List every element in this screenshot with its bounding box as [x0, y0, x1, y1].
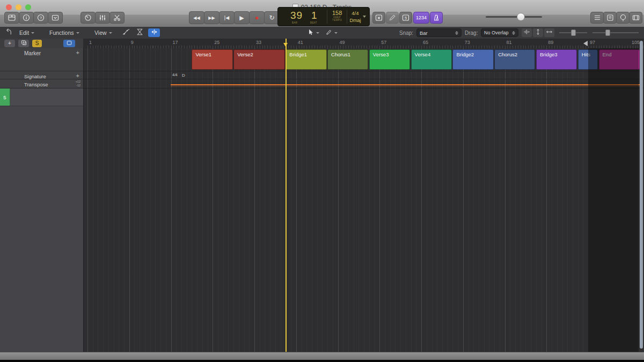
ruler-bar-number: 105	[632, 40, 640, 45]
transpose-track-header[interactable]: Transpose+12-12	[0, 79, 83, 88]
left-click-tool-menu[interactable]	[307, 27, 319, 39]
horizontal-zoom-slider[interactable]	[592, 31, 639, 34]
vertical-zoom-knob[interactable]	[571, 29, 576, 36]
lcd-chevron-icon[interactable]	[363, 16, 366, 18]
automation-button[interactable]	[120, 28, 132, 37]
snap-select[interactable]: Bar	[416, 28, 462, 37]
note-pads-button[interactable]	[603, 12, 617, 24]
solo-off-button[interactable]	[372, 12, 385, 24]
flex-button[interactable]	[134, 28, 145, 37]
track-header-toms[interactable]: 5	[0, 88, 83, 106]
list-editors-button[interactable]	[590, 12, 604, 24]
cycle-icon: ↻	[269, 14, 274, 21]
volume-knob[interactable]	[517, 13, 525, 21]
play-button[interactable]: ▶	[234, 11, 250, 24]
waveform-zoom-button[interactable]	[522, 28, 532, 37]
transpose-lane[interactable]	[83, 79, 644, 88]
smart-controls-button[interactable]	[80, 12, 96, 24]
arrangement-marker[interactable]: Bridge1	[286, 49, 326, 70]
lcd-display[interactable]: 39 1 BAR BEAT 158 KEEP TEMPO 4/4 Dmaj	[277, 7, 370, 26]
arrangement-marker[interactable]: Chorus2	[494, 49, 535, 70]
browsers-button[interactable]	[629, 12, 642, 24]
arrangement-marker[interactable]: Verse1	[192, 49, 232, 70]
global-solo-button[interactable]: S	[32, 40, 42, 47]
add-track-button[interactable]: +	[4, 40, 15, 47]
stop-to-start-button[interactable]: |◀	[219, 11, 235, 24]
edit-menu[interactable]: Edit	[19, 27, 34, 39]
arrange-area[interactable]: Verse1Verse2Bridge1Chorus1Verse3Verse4Br…	[83, 48, 644, 352]
ruler-bar-number: 73	[465, 40, 470, 45]
region-inspector-button[interactable]	[63, 40, 75, 47]
lcd-bar-label: BAR	[292, 21, 297, 24]
arrangement-marker[interactable]: Verse3	[369, 49, 410, 70]
count-in-button[interactable]: 1234	[413, 12, 429, 24]
quick-help-button[interactable]: ?	[33, 12, 48, 24]
playhead[interactable]	[286, 39, 287, 352]
add-signature-track-header-button[interactable]: +	[76, 72, 79, 79]
add-marker-track-header-button[interactable]: +	[76, 49, 79, 56]
audio-waveform-icon	[16, 93, 29, 102]
view-menu[interactable]: View	[94, 27, 112, 39]
marker-track-header[interactable]: Marker+	[0, 48, 83, 71]
duplicate-track-button[interactable]	[18, 40, 29, 47]
signature-track-header-label: Signature	[24, 73, 46, 79]
track-list-panel: Marker+Signature+Transpose+12-125	[0, 48, 84, 352]
apple-loops-button[interactable]	[616, 12, 630, 24]
horizontal-fit-icon	[546, 28, 553, 38]
ruler-bar-number: 25	[214, 40, 219, 45]
dial-icon	[84, 13, 92, 22]
nav-back-button[interactable]	[3, 28, 14, 37]
vertical-zoom-slider[interactable]	[559, 31, 587, 34]
forward-button[interactable]: ▶▶	[204, 11, 219, 24]
library-icon	[8, 13, 16, 22]
x-box-icon	[375, 13, 383, 22]
ruler-bar-number: 41	[298, 40, 303, 45]
title-and-control-bar: 02 158 D - Tracks ? ◀◀ ▶▶ |◀ ▶ ● ↻ 39 1 …	[0, 0, 644, 27]
signature-track-header[interactable]: Signature+	[0, 71, 83, 79]
playhead-handle[interactable]	[283, 43, 288, 47]
signature-lane[interactable]: 4/4D	[83, 71, 644, 79]
arrangement-marker[interactable]: Verse4	[411, 49, 452, 70]
toolbar-button[interactable]	[48, 12, 63, 24]
vertical-auto-zoom-button[interactable]	[533, 28, 543, 37]
ruler-bar-number: 49	[340, 40, 345, 45]
command-click-tool-menu[interactable]	[325, 27, 338, 39]
arrangement-marker[interactable]: Bridge3	[536, 49, 577, 70]
master-volume-slider[interactable]	[486, 15, 542, 18]
mixer-button[interactable]	[95, 12, 110, 24]
division-button[interactable]: 5	[399, 12, 412, 24]
project-end-marker[interactable]	[583, 41, 588, 46]
ruler-bar-number: 81	[507, 40, 512, 45]
scissors-icon	[113, 13, 121, 22]
notepad-icon	[606, 13, 614, 22]
rewind-button[interactable]: ◀◀	[189, 11, 204, 24]
snap-label: Snap:	[399, 27, 413, 39]
arrangement-marker[interactable]: Chorus1	[327, 49, 368, 70]
arrangement-marker[interactable]: Bridge2	[452, 49, 493, 70]
arrangement-marker[interactable]: Verse2	[233, 49, 285, 70]
mixer-icon	[98, 13, 107, 22]
metronome-button[interactable]	[430, 12, 443, 24]
flex-icon	[136, 28, 144, 38]
pencil-mode-button[interactable]	[386, 12, 399, 24]
inspector-button[interactable]	[19, 12, 34, 24]
beyond-project-end-shade	[588, 48, 639, 352]
key-value: D	[182, 73, 185, 78]
horizontal-zoom-knob[interactable]	[605, 29, 610, 36]
signature-value: 4/4	[172, 73, 178, 77]
drag-select[interactable]: No Overlap	[481, 28, 518, 37]
record-button[interactable]: ●	[249, 11, 265, 24]
to-start-icon: |◀	[224, 15, 229, 20]
catch-playhead-button[interactable]	[148, 28, 160, 37]
play-icon: ▶	[239, 14, 244, 21]
editors-button[interactable]	[109, 12, 125, 24]
marker-lane[interactable]: Verse1Verse2Bridge1Chorus1Verse3Verse4Br…	[83, 48, 644, 71]
vertical-scrollbar[interactable]	[640, 41, 643, 349]
bar-ruler[interactable]: 191725334149576573818997105	[83, 39, 644, 49]
loop-browser-icon	[619, 13, 627, 22]
svg-text:5: 5	[405, 16, 407, 20]
automation-icon	[122, 27, 130, 38]
functions-menu[interactable]: Functions	[49, 27, 79, 39]
horizontal-auto-zoom-button[interactable]	[544, 28, 554, 37]
library-button[interactable]	[4, 12, 19, 24]
